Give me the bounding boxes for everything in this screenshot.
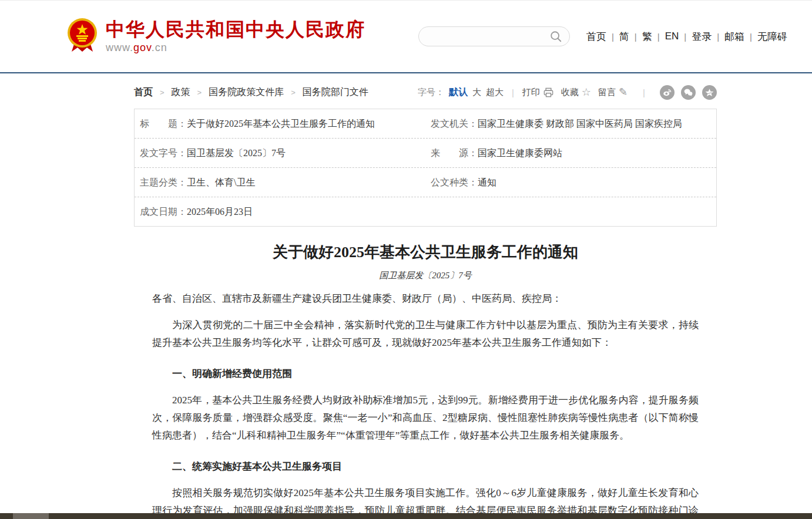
site-url-www: www. — [106, 42, 133, 53]
breadcrumb-department-docs[interactable]: 国务院部门文件 — [303, 86, 368, 99]
meta-value: 国家卫生健康委 财政部 国家中医药局 国家疾控局 — [478, 118, 682, 129]
breadcrumb-home[interactable]: 首页 — [134, 86, 153, 99]
nav-traditional[interactable]: 繁 — [642, 30, 652, 43]
meta-label: 来 源： — [431, 147, 478, 159]
pencil-icon: ✎ — [619, 87, 628, 97]
font-size-xlarge-button[interactable]: 超大 — [486, 87, 504, 98]
nav-home[interactable]: 首页 — [586, 30, 606, 43]
comment-button[interactable]: 留言 ✎ — [598, 87, 628, 98]
nav-separator: | — [612, 32, 614, 42]
print-button[interactable]: 打印 — [522, 87, 554, 98]
site-header: 中华人民共和国中央人民政府 www.gov.cn 首页|简|繁|EN|登录|邮箱… — [0, 0, 812, 72]
nav-separator: | — [717, 32, 719, 42]
meta-value: 国家卫生健康委网站 — [478, 147, 562, 159]
search-icon[interactable] — [549, 30, 562, 43]
document-meta-table: 标 题： 关于做好2025年基本公共卫生服务工作的通知 发文机关： 国家卫生健康… — [134, 109, 717, 227]
meta-cell-topic-category: 主题分类： 卫生、体育\卫生 — [135, 168, 425, 197]
toolbar-separator: | — [512, 87, 514, 97]
meta-row-category: 主题分类： 卫生、体育\卫生 公文种类： 通知 — [135, 168, 716, 197]
breadcrumb-separator: > — [160, 88, 165, 97]
horizontal-scrollbar — [0, 513, 812, 519]
article-section-heading-1: 一、明确新增经费使用范围 — [152, 365, 699, 383]
nav-accessibility[interactable]: 无障碍 — [757, 30, 787, 43]
nav-mail[interactable]: 邮箱 — [724, 30, 744, 43]
font-size-label: 字号： — [418, 87, 444, 98]
site-url: www.gov.cn — [106, 42, 365, 54]
nav-separator: | — [684, 32, 686, 42]
meta-row-number: 发文字号： 国卫基层发〔2025〕7号 来 源： 国家卫生健康委网站 — [135, 139, 716, 168]
article-paragraph: 为深入贯彻党的二十届三中全会精神，落实新时代党的卫生与健康工作方针中以基层为重点… — [152, 316, 699, 352]
site-logo[interactable]: 中华人民共和国中央人民政府 www.gov.cn — [66, 18, 365, 55]
nav-separator: | — [657, 32, 660, 42]
main-content: 首页 > 政策 > 国务院政策文件库 > 国务院部门文件 字号： 默认 大 超大… — [134, 85, 717, 519]
printer-icon — [543, 87, 554, 98]
meta-label: 发文机关： — [431, 118, 478, 129]
meta-cell-doc-number: 发文字号： 国卫基层发〔2025〕7号 — [135, 139, 425, 167]
toolbar-separator: | — [643, 87, 645, 97]
meta-cell-issue-date: 成文日期： 2025年06月23日 — [135, 197, 425, 226]
nav-separator: | — [635, 32, 637, 42]
header-divider — [0, 72, 812, 73]
article: 关于做好2025年基本公共卫生服务工作的通知 国卫基层发〔2025〕7号 各省、… — [134, 242, 717, 519]
print-label: 打印 — [522, 87, 540, 98]
site-url-gov: gov — [133, 42, 152, 53]
meta-row-title: 标 题： 关于做好2025年基本公共卫生服务工作的通知 发文机关： 国家卫生健康… — [135, 109, 716, 139]
meta-cell-title: 标 题： 关于做好2025年基本公共卫生服务工作的通知 — [135, 109, 425, 138]
article-section-heading-2: 二、统筹实施好基本公共卫生服务项目 — [152, 458, 699, 476]
comment-label: 留言 — [598, 87, 616, 98]
qzone-icon[interactable] — [702, 85, 717, 100]
nav-simplified[interactable]: 简 — [619, 30, 629, 43]
brand-text: 中华人民共和国中央人民政府 www.gov.cn — [106, 19, 365, 55]
national-emblem-icon — [66, 18, 98, 55]
meta-cell-issuing-agency: 发文机关： 国家卫生健康委 财政部 国家中医药局 国家疾控局 — [425, 109, 716, 138]
search-input[interactable] — [426, 31, 549, 42]
article-title: 关于做好2025年基本公共卫生服务工作的通知 — [152, 242, 699, 262]
document-toolbar: 字号： 默认 大 超大 | 打印 收藏 ☆ 留言 — [418, 85, 717, 100]
meta-label: 发文字号： — [140, 147, 187, 159]
meta-label: 公文种类： — [431, 177, 478, 188]
meta-label: 主题分类： — [140, 177, 187, 188]
star-icon: ☆ — [582, 87, 591, 97]
site-title: 中华人民共和国中央人民政府 — [106, 19, 365, 41]
breadcrumb-separator: > — [197, 88, 202, 97]
article-doc-number: 国卫基层发〔2025〕7号 — [152, 270, 699, 281]
favorite-label: 收藏 — [561, 87, 579, 98]
search-box[interactable] — [418, 26, 570, 46]
breadcrumb-policy[interactable]: 政策 — [172, 86, 190, 99]
breadcrumb: 首页 > 政策 > 国务院政策文件库 > 国务院部门文件 — [134, 86, 368, 99]
horizontal-scrollbar-thumb[interactable] — [13, 513, 49, 519]
meta-value: 关于做好2025年基本公共卫生服务工作的通知 — [187, 118, 375, 129]
breadcrumb-toolbar-row: 首页 > 政策 > 国务院政策文件库 > 国务院部门文件 字号： 默认 大 超大… — [134, 85, 717, 99]
meta-value: 卫生、体育\卫生 — [187, 177, 255, 188]
nav-english[interactable]: EN — [665, 31, 679, 42]
favorite-button[interactable]: 收藏 ☆ — [561, 87, 591, 98]
nav-login[interactable]: 登录 — [692, 30, 712, 43]
wechat-icon[interactable] — [681, 85, 696, 100]
meta-cell-empty — [425, 197, 716, 226]
meta-label: 标 题： — [140, 118, 187, 129]
meta-label: 成文日期： — [140, 206, 187, 217]
meta-cell-source: 来 源： 国家卫生健康委网站 — [425, 139, 716, 167]
breadcrumb-policy-library[interactable]: 国务院政策文件库 — [209, 86, 284, 99]
meta-cell-doc-type: 公文种类： 通知 — [425, 168, 716, 197]
meta-value: 2025年06月23日 — [187, 206, 253, 217]
font-size-default-button[interactable]: 默认 — [449, 86, 468, 99]
article-salutation: 各省、自治区、直辖市及新疆生产建设兵团卫生健康委、财政厅（局）、中医药局、疾控局… — [152, 290, 699, 308]
font-size-large-button[interactable]: 大 — [472, 87, 481, 98]
top-nav: 首页|简|繁|EN|登录|邮箱|无障碍 — [586, 30, 787, 43]
article-paragraph: 2025年，基本公共卫生服务经费人均财政补助标准增加5元，达到99元。新增经费用… — [152, 392, 699, 444]
site-url-cn: .cn — [152, 42, 167, 53]
nav-separator: | — [750, 32, 752, 42]
breadcrumb-separator: > — [291, 88, 296, 97]
meta-row-date: 成文日期： 2025年06月23日 — [135, 197, 716, 226]
meta-value: 通知 — [478, 177, 496, 188]
weibo-icon[interactable] — [660, 85, 675, 100]
meta-value: 国卫基层发〔2025〕7号 — [187, 147, 286, 159]
